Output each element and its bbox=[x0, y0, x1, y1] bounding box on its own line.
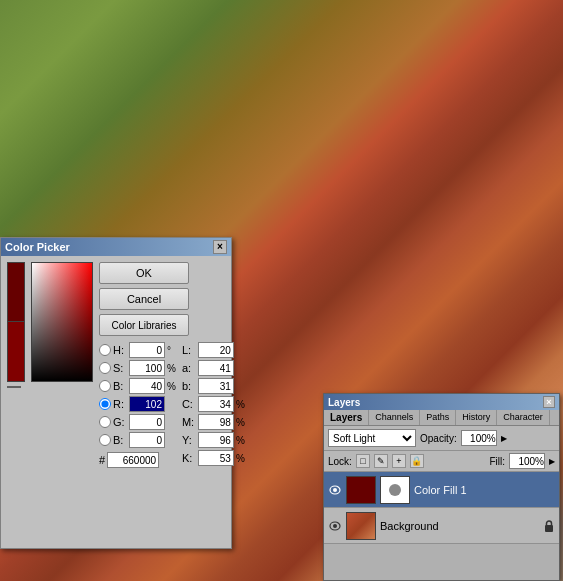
b-lab-input[interactable] bbox=[198, 378, 234, 394]
b-rgb-field-row: B: bbox=[99, 432, 176, 448]
color-gradient-area[interactable] bbox=[31, 262, 93, 382]
y-label: Y: bbox=[182, 434, 196, 446]
layer-lock-icon-background bbox=[543, 520, 555, 532]
l-input[interactable] bbox=[198, 342, 234, 358]
lab-cmyk-fields: L: a: b: C: % bbox=[182, 342, 245, 468]
layer-item-color-fill[interactable]: Color Fill 1 bbox=[324, 472, 559, 508]
layers-titlebar: Layers × bbox=[324, 394, 559, 410]
layers-close-button[interactable]: × bbox=[543, 396, 555, 408]
b-label: B: bbox=[113, 380, 127, 392]
y-input[interactable] bbox=[198, 432, 234, 448]
k-input[interactable] bbox=[198, 450, 234, 466]
r-radio[interactable] bbox=[99, 398, 111, 410]
a-field-row: a: bbox=[182, 360, 245, 376]
h-label: H: bbox=[113, 344, 127, 356]
y-field-row: Y: % bbox=[182, 432, 245, 448]
y-unit: % bbox=[236, 435, 245, 446]
m-unit: % bbox=[236, 417, 245, 428]
color-picker-left-panel bbox=[7, 262, 25, 468]
color-libraries-button[interactable]: Color Libraries bbox=[99, 314, 189, 336]
layer-eye-background[interactable] bbox=[328, 519, 342, 533]
r-field-row: R: bbox=[99, 396, 176, 412]
h-unit: ° bbox=[167, 345, 171, 356]
color-fields-area: H: ° S: % B: bbox=[99, 342, 245, 468]
color-current-swatch bbox=[7, 322, 25, 382]
color-picker-dialog: Color Picker × OK Cancel Color Libraries bbox=[0, 237, 232, 549]
lock-image-icon[interactable]: ✎ bbox=[374, 454, 388, 468]
g-radio[interactable] bbox=[99, 416, 111, 428]
blend-mode-select[interactable]: Soft Light Normal Multiply Screen Overla… bbox=[328, 429, 416, 447]
k-unit: % bbox=[236, 453, 245, 464]
c-field-row: C: % bbox=[182, 396, 245, 412]
color-new-swatch[interactable] bbox=[7, 262, 25, 322]
tab-channels[interactable]: Channels bbox=[369, 410, 420, 425]
g-field-row: G: bbox=[99, 414, 176, 430]
s-input[interactable] bbox=[129, 360, 165, 376]
k-field-row: K: % bbox=[182, 450, 245, 466]
layer-thumb-background bbox=[346, 512, 376, 540]
r-input[interactable] bbox=[129, 396, 165, 412]
g-label: G: bbox=[113, 416, 127, 428]
c-unit: % bbox=[236, 399, 245, 410]
hsb-rgb-fields: H: ° S: % B: bbox=[99, 342, 176, 468]
opacity-arrow-icon[interactable]: ▶ bbox=[501, 434, 507, 443]
lock-fill-row: Lock: □ ✎ + 🔒 Fill: ▶ bbox=[324, 451, 559, 472]
r-label: R: bbox=[113, 398, 127, 410]
fill-arrow-icon[interactable]: ▶ bbox=[549, 457, 555, 466]
cancel-button[interactable]: Cancel bbox=[99, 288, 189, 310]
m-label: M: bbox=[182, 416, 196, 428]
lock-transparency-icon[interactable]: □ bbox=[356, 454, 370, 468]
layer-mask-colorfill bbox=[380, 476, 410, 504]
ok-button[interactable]: OK bbox=[99, 262, 189, 284]
fill-label: Fill: bbox=[489, 456, 505, 467]
h-input[interactable] bbox=[129, 342, 165, 358]
s-radio[interactable] bbox=[99, 362, 111, 374]
l-field-row: L: bbox=[182, 342, 245, 358]
svg-rect-3 bbox=[389, 484, 401, 496]
g-input[interactable] bbox=[129, 414, 165, 430]
a-label: a: bbox=[182, 362, 196, 374]
layers-panel: Layers × Layers Channels Paths History C… bbox=[323, 393, 560, 581]
layer-name-background: Background bbox=[380, 520, 539, 532]
h-field-row: H: ° bbox=[99, 342, 176, 358]
b-input[interactable] bbox=[129, 378, 165, 394]
s-unit: % bbox=[167, 363, 176, 374]
s-field-row: S: % bbox=[99, 360, 176, 376]
layer-eye-colorfill[interactable] bbox=[328, 483, 342, 497]
opacity-label: Opacity: bbox=[420, 433, 457, 444]
layer-item-background[interactable]: Background bbox=[324, 508, 559, 544]
svg-rect-6 bbox=[545, 525, 553, 532]
hue-spectrum-bar[interactable] bbox=[7, 386, 21, 388]
b-lab-label: b: bbox=[182, 380, 196, 392]
b-field-row: B: % bbox=[99, 378, 176, 394]
lock-all-icon[interactable]: 🔒 bbox=[410, 454, 424, 468]
a-input[interactable] bbox=[198, 360, 234, 376]
hex-input[interactable] bbox=[107, 452, 159, 468]
tab-paths[interactable]: Paths bbox=[420, 410, 456, 425]
b-rgb-input[interactable] bbox=[129, 432, 165, 448]
tab-layers[interactable]: Layers bbox=[324, 410, 369, 425]
c-input[interactable] bbox=[198, 396, 234, 412]
layers-title: Layers bbox=[328, 397, 360, 408]
svg-point-1 bbox=[333, 488, 337, 492]
h-radio[interactable] bbox=[99, 344, 111, 356]
m-input[interactable] bbox=[198, 414, 234, 430]
layer-thumb-colorfill bbox=[346, 476, 376, 504]
lock-position-icon[interactable]: + bbox=[392, 454, 406, 468]
color-dialog-close-button[interactable]: × bbox=[213, 240, 227, 254]
hex-field-row: # bbox=[99, 452, 176, 468]
b-rgb-radio[interactable] bbox=[99, 434, 111, 446]
opacity-input[interactable] bbox=[461, 430, 497, 446]
color-result-area bbox=[7, 262, 25, 382]
m-field-row: M: % bbox=[182, 414, 245, 430]
b-radio[interactable] bbox=[99, 380, 111, 392]
dialog-buttons-area: OK Cancel Color Libraries bbox=[99, 262, 245, 336]
layers-blend-row: Soft Light Normal Multiply Screen Overla… bbox=[324, 426, 559, 451]
b-lab-field-row: b: bbox=[182, 378, 245, 394]
s-label: S: bbox=[113, 362, 127, 374]
fill-input[interactable] bbox=[509, 453, 545, 469]
layers-tabs-bar: Layers Channels Paths History Character bbox=[324, 410, 559, 426]
tab-history[interactable]: History bbox=[456, 410, 497, 425]
tab-character[interactable]: Character bbox=[497, 410, 550, 425]
b-unit: % bbox=[167, 381, 176, 392]
